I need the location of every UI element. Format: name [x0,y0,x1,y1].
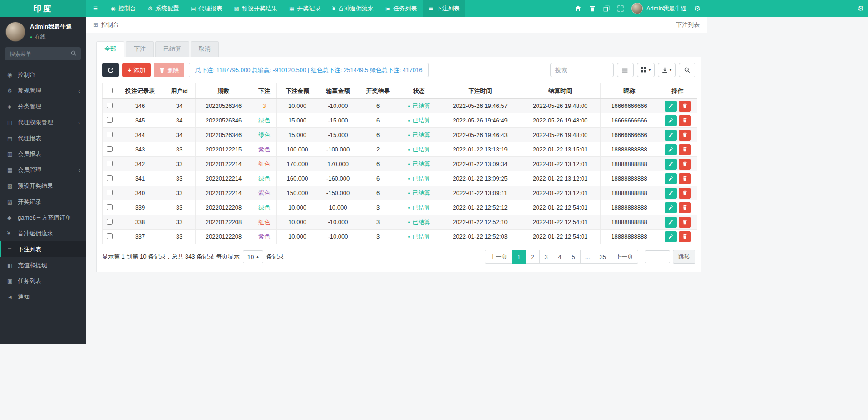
sidebar-item-member-report[interactable]: ▥会员报表 [0,146,86,162]
search-toggle-button[interactable] [679,63,695,77]
delete-button[interactable] [679,130,691,141]
topnav-item-agent-report[interactable]: ▤代理报表 [185,0,228,17]
topnav-item-system-config[interactable]: ⚙系统配置 [142,0,185,17]
cell-nickname: 16666666666 [601,128,658,142]
sidebar-item-first-recharge-rebate[interactable]: ¥首冲返佣流水 [0,225,86,241]
user-menu[interactable]: Admin我最牛逼 [631,3,687,14]
delete-button[interactable] [679,173,691,184]
breadcrumb-section[interactable]: 控制台 [101,21,119,29]
export-button[interactable]: ▾ [658,63,676,77]
pagination-toggle-button[interactable] [617,63,634,77]
sidebar-item-draw-records[interactable]: ▨开奖记录 [0,194,86,210]
edit-button[interactable] [665,188,677,199]
sidebar-item-dashboard[interactable]: ◉控制台 [0,67,86,83]
tab-all[interactable]: 全部 [96,41,124,57]
sidebar-item-preset-results[interactable]: ▧预设开奖结果 [0,178,86,194]
row-checkbox[interactable] [107,117,113,123]
table-row: 344 34 20220526346 绿色 15.000 -15.000 6 ●… [103,128,697,142]
edit-button[interactable] [665,130,677,141]
edit-button[interactable] [665,217,677,228]
sidebar-item-game6-recharge-orders[interactable]: ◆game6三方充值订单 [0,210,86,225]
row-checkbox[interactable] [107,175,113,181]
pagination-next[interactable]: 下一页 [611,250,638,264]
topnav-item-task-list[interactable]: ▣任务列表 [380,0,423,17]
tab-betting[interactable]: 下注 [126,41,154,57]
row-checkbox[interactable] [107,233,113,239]
refresh-button[interactable] [102,63,119,77]
delete-button[interactable] [679,144,691,155]
edit-button[interactable] [665,159,677,170]
caret-up-icon: ▴ [257,255,259,259]
pagination-page-3[interactable]: 3 [539,250,553,264]
topnav-item-preset-results[interactable]: ▧预设开奖结果 [228,0,283,17]
menu-search-input[interactable] [5,47,81,60]
edit-button[interactable] [665,115,677,126]
edit-button[interactable] [665,144,677,155]
sidebar-item-bet-list[interactable]: ≣下注列表 [0,241,86,257]
cell-record-id: 339 [117,200,163,215]
row-checkbox[interactable] [107,161,113,166]
page-size-select[interactable]: 10▴ [243,250,263,263]
sidebar-item-agent-permissions[interactable]: ◫代理权限管理‹ [0,114,86,130]
cell-bet: 红色 [252,157,277,171]
brand-logo[interactable]: 印度 [0,0,86,17]
fullscreen-icon[interactable] [617,5,624,12]
pagination-page-1[interactable]: 1 [512,250,526,264]
delete-button[interactable] [679,231,691,242]
pagination-page-5[interactable]: 5 [567,250,581,264]
table-search-input[interactable] [550,63,614,77]
pagination-prev[interactable]: 上一页 [485,250,513,264]
edit-button[interactable] [665,101,677,112]
sidebar-item-recharge-withdraw[interactable]: ◧充值和提现 [0,257,86,273]
row-checkbox[interactable] [107,190,113,195]
card-view-button[interactable]: ▾ [637,63,655,77]
row-checkbox[interactable] [107,146,113,152]
delete-button[interactable] [679,101,691,112]
sidebar-item-task-list[interactable]: ▣任务列表 [0,273,86,289]
topnav-item-draw-records[interactable]: ▦开奖记录 [283,0,326,17]
delete-button[interactable] [679,202,691,213]
tab-settled[interactable]: 已结算 [155,41,189,57]
sidebar-item-member-management[interactable]: ▦会员管理‹ [0,162,86,178]
notification-icon: ◄ [7,294,18,300]
edit-button[interactable] [665,231,677,242]
topnav-item-bet-list[interactable]: ≣下注列表 [423,0,465,17]
pagination-page-35[interactable]: 35 [595,250,611,264]
sidebar-item-category-management[interactable]: ◈分类管理 [0,98,86,114]
sidebar-toggle-button[interactable]: ≡ [86,0,105,17]
row-checkbox[interactable] [107,103,113,108]
copy-icon[interactable] [603,5,610,12]
row-checkbox[interactable] [107,204,113,210]
delete-button[interactable] [679,188,691,199]
trash-icon[interactable] [589,5,596,12]
home-icon[interactable] [575,5,582,12]
row-checkbox[interactable] [107,132,113,137]
corner-gear-icon[interactable]: ⚙ [858,0,864,17]
delete-button[interactable] [679,115,691,126]
sidebar-item-notification[interactable]: ◄通知 [0,289,86,305]
select-all-checkbox[interactable] [107,88,113,93]
pagination-page-4[interactable]: 4 [553,250,567,264]
bulk-delete-button[interactable]: 删除 [154,63,184,77]
topnav-item-dashboard[interactable]: ◉控制台 [105,0,142,17]
cell-bet-time: 2022-01-22 12:52:12 [440,200,520,215]
sidebar-item-agent-report[interactable]: ▤代理报表 [0,130,86,146]
search-icon[interactable] [71,50,77,56]
delete-button[interactable] [679,159,691,170]
sidebar-item-general-management[interactable]: ⚙常规管理‹ [0,83,86,98]
edit-button[interactable] [665,173,677,184]
delete-button[interactable] [679,217,691,228]
pagination-ellipsis[interactable]: ... [580,250,595,264]
pagination-page-2[interactable]: 2 [526,250,540,264]
jump-button[interactable]: 跳转 [673,250,695,264]
edit-button[interactable] [665,202,677,213]
jump-page-input[interactable] [645,250,670,263]
cell-bet-time: 2022-01-22 13:09:11 [440,186,520,200]
gear-icon[interactable]: ⚙ [695,5,700,12]
topnav-item-first-recharge-rebate[interactable]: ¥首冲返佣流水 [326,0,380,17]
cell-actions [658,157,697,171]
cell-bet-amount: 10.000 [277,230,318,244]
tab-cancelled[interactable]: 取消 [191,41,219,57]
row-checkbox[interactable] [107,219,113,225]
add-button[interactable]: +添加 [122,63,151,77]
